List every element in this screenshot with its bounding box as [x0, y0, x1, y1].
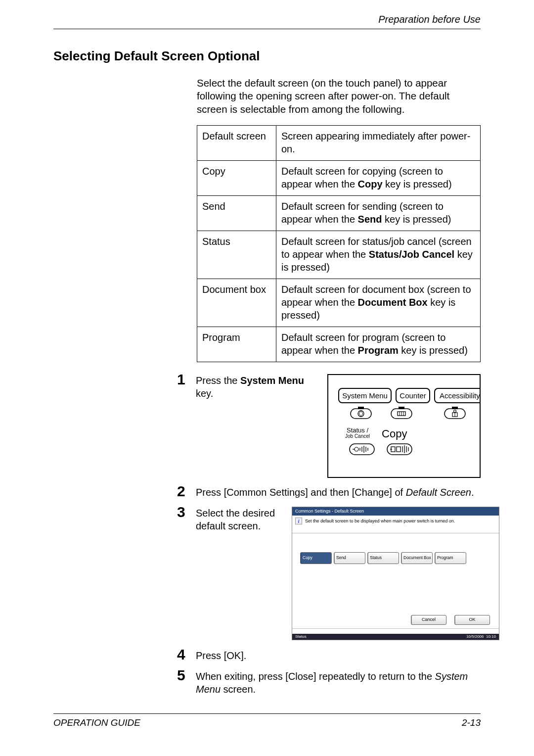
header-rule	[53, 29, 481, 29]
step-3-text: Select the desired default screen.	[196, 507, 285, 640]
ok-button[interactable]: OK	[454, 615, 490, 625]
step-number: 2	[177, 484, 196, 499]
table-row: Send Default screen for sending (screen …	[197, 195, 481, 231]
step-1: 1 Press the System Menu key. System Menu…	[177, 373, 481, 478]
table-row: Copy Default screen for copying (screen …	[197, 160, 481, 195]
option-document-box-button[interactable]: Document Box	[401, 552, 433, 564]
counter-icon	[391, 406, 412, 421]
svg-point-15	[355, 447, 358, 451]
footer-left: OPERATION GUIDE	[53, 717, 140, 729]
step-4-text: Press [OK].	[196, 648, 481, 662]
copy-icon	[387, 442, 412, 456]
step-5-text: When exiting, press [Close] repeatedly t…	[196, 669, 481, 696]
counter-key[interactable]: Counter	[396, 388, 430, 404]
option-program-button[interactable]: Program	[435, 552, 466, 564]
step-2-text: Press [Common Settings] and then [Change…	[196, 485, 481, 499]
status-bar-datetime: 10/5/2006 10:10	[466, 634, 496, 639]
step-4: 4 Press [OK].	[177, 648, 481, 662]
status-job-cancel-icon	[349, 442, 375, 456]
cancel-button[interactable]: Cancel	[411, 615, 446, 625]
accessibility-icon	[444, 406, 466, 421]
options-table: Default screen Screen appearing immediat…	[197, 125, 481, 362]
svg-rect-4	[399, 407, 404, 409]
table-row: Default screen Screen appearing immediat…	[197, 125, 481, 160]
table-row: Status Default screen for status/job can…	[197, 231, 481, 279]
chapter-title: Preparation before Use	[53, 13, 481, 26]
status-job-cancel-label: Status / Job Cancel	[345, 427, 370, 441]
table-row: Document box Default screen for document…	[197, 279, 481, 327]
svg-rect-18	[397, 447, 400, 452]
option-send-button[interactable]: Send	[334, 552, 365, 564]
dialog-instruction: Set the default screen to be displayed w…	[305, 519, 455, 524]
system-menu-key[interactable]: System Menu	[338, 388, 392, 404]
system-menu-icon	[350, 406, 372, 421]
svg-rect-0	[351, 409, 371, 419]
dialog-title: Common Settings - Default Screen	[292, 507, 499, 516]
svg-point-11	[454, 410, 456, 413]
copy-label: Copy	[382, 427, 407, 441]
accessibility-key[interactable]: Accessibility Di	[434, 388, 481, 404]
option-status-button[interactable]: Status	[367, 552, 399, 564]
step-number: 4	[177, 647, 196, 662]
intro-paragraph: Select the default screen (on the touch …	[197, 77, 481, 116]
page-number: 2-13	[462, 717, 481, 729]
svg-rect-10	[452, 407, 458, 409]
step-number: 5	[177, 668, 196, 683]
status-bar-label: Status	[295, 634, 307, 639]
step-3: 3 Select the desired default screen. Com…	[177, 506, 481, 640]
svg-rect-1	[358, 407, 364, 409]
step-number: 1	[177, 372, 196, 387]
control-panel-illustration: System Menu Counter Accessibility Di	[327, 374, 481, 478]
table-row: Program Default screen for program (scre…	[197, 327, 481, 362]
info-icon: i	[295, 518, 302, 524]
section-heading: Selecting Default Screen Optional	[53, 48, 481, 65]
step-number: 3	[177, 505, 196, 520]
step-5: 5 When exiting, press [Close] repeatedly…	[177, 669, 481, 696]
step-1-text: Press the System Menu key.	[196, 374, 319, 478]
touch-panel-screenshot: Common Settings - Default Screen i Set t…	[292, 507, 499, 640]
option-copy-button[interactable]: Copy	[300, 552, 332, 564]
step-2: 2 Press [Common Settings] and then [Chan…	[177, 485, 481, 499]
footer-rule	[53, 713, 481, 714]
